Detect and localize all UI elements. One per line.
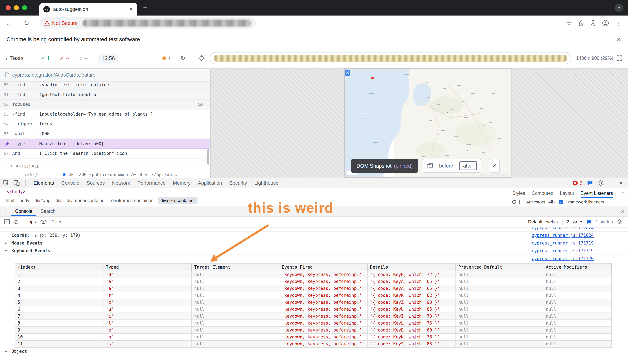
devtools-menu-kebab-icon[interactable]: ⋮ [608, 180, 614, 186]
command-row[interactable]: 52 focused [0, 100, 210, 110]
breadcrumb-item[interactable]: div.runner.container [67, 198, 106, 203]
address-bar[interactable]: Not Secure [40, 17, 256, 29]
breadcrumb-item[interactable]: body [20, 198, 29, 203]
pinned-command-row[interactable]: -type Haarzuilens, {delay: 500} [0, 139, 210, 149]
command-row[interactable]: 57 And I Click the "search location" ico… [0, 149, 210, 159]
devtools-tab[interactable]: Lighthouse [251, 178, 282, 188]
console-filter-input[interactable] [51, 219, 524, 225]
ancestors-checkbox[interactable] [519, 200, 523, 204]
infobar-close-icon[interactable]: ✕ [616, 36, 622, 43]
console-table-header[interactable]: Details [367, 263, 456, 271]
breadcrumb-item[interactable]: div.iframes-container [111, 198, 153, 203]
console-table-header[interactable]: Typed [103, 263, 192, 271]
drawer-close-icon[interactable]: ✕ [620, 208, 625, 214]
snapshot-diff-icon[interactable] [427, 163, 433, 169]
zoom-window-button[interactable] [22, 5, 27, 10]
source-link[interactable]: cypress_runner.js:171624 [532, 233, 594, 238]
command-row[interactable]: 53 -find input[placeholder='Typ een adre… [0, 110, 210, 119]
command-row[interactable]: 51 -find #gm-text-field-input-6 [0, 90, 210, 100]
command-row[interactable]: 50 -find .vaadin-text-field-container [0, 82, 210, 90]
devtools-tab[interactable]: Memory [169, 178, 194, 188]
inspect-element-icon[interactable] [3, 180, 9, 186]
devtools-tab[interactable]: Application [194, 178, 226, 188]
devtools-close-icon[interactable]: ✕ [619, 180, 623, 186]
breadcrumb-item[interactable]: div#app [35, 198, 50, 203]
browser-tab[interactable]: cy auto-suggestion ✕ [39, 3, 137, 15]
after-all-section-toggle[interactable]: ▼ AFTER ALL [0, 161, 210, 169]
map-close-icon[interactable]: ✕ [345, 70, 350, 76]
error-icon[interactable] [573, 180, 578, 186]
beaker-icon[interactable] [590, 20, 596, 26]
devtools-tab[interactable]: Console [58, 178, 83, 188]
drawer-menu-kebab-icon[interactable]: ⋮ [3, 208, 8, 214]
close-window-button[interactable] [6, 5, 11, 10]
reload-icon[interactable]: ↻ [24, 20, 29, 26]
breadcrumb-item[interactable]: div.size-container [158, 197, 198, 204]
collapsed-triangle-icon[interactable]: ▶ [5, 241, 7, 245]
console-table-header[interactable]: Target Element [192, 263, 279, 271]
source-link[interactable]: cypress_runner.js:171719 [532, 241, 594, 245]
devtools-tab[interactable]: Performance [134, 178, 169, 188]
breadcrumb-item[interactable]: div [56, 198, 61, 203]
cell-prevented-default: null [456, 327, 543, 334]
console-table-header[interactable]: Prevented Default [456, 263, 543, 271]
command-row[interactable]: 55 -wait 2000 [0, 129, 210, 139]
device-toolbar-icon[interactable] [13, 180, 20, 186]
new-tab-button[interactable]: + [143, 3, 147, 11]
bookmark-star-icon[interactable]: ☆ [566, 20, 572, 26]
devtools-tab[interactable]: Sources [83, 178, 108, 188]
elements-code-line[interactable]: </body> [0, 188, 507, 195]
context-selector[interactable]: top ▾ [27, 219, 36, 225]
breadcrumb-item[interactable]: html [6, 198, 14, 203]
after-button[interactable]: after [459, 161, 477, 170]
command-row[interactable]: 54 -trigger focus [0, 119, 210, 129]
extensions-puzzle-icon[interactable] [578, 20, 584, 26]
sidebar-tab[interactable]: Styles [512, 188, 525, 198]
console-table-header[interactable]: (index) [15, 263, 103, 271]
devtools-tab[interactable]: Network [108, 178, 134, 188]
sidebar-tab[interactable]: Layout [560, 188, 574, 198]
settings-gear-icon[interactable] [598, 180, 604, 186]
selector-playground-icon[interactable] [198, 55, 205, 61]
source-link[interactable]: cypress_runner.js:171719 [532, 248, 594, 253]
framework-listeners-checkbox[interactable]: ✓ [559, 200, 563, 204]
all-dropdown[interactable]: All ▾ [548, 200, 556, 204]
spec-file-link[interactable]: cypress/integration/AtlasCards.feature [12, 72, 95, 78]
devtools-tab[interactable]: Security [226, 178, 251, 188]
source-link[interactable]: cypress_runner.js:171624 [532, 228, 594, 230]
expanded-triangle-icon[interactable]: ▼ [5, 249, 7, 253]
command-log-scrollbar[interactable] [207, 149, 209, 165]
rerun-tests-icon[interactable]: ↻ [180, 55, 185, 62]
minimize-window-button[interactable] [14, 5, 19, 10]
refresh-icon[interactable] [511, 200, 516, 204]
devtools-tab[interactable]: Elements [30, 178, 58, 188]
console-table-header[interactable]: Active Modifiers [543, 263, 612, 271]
snapshot-close-button[interactable]: ✕ [489, 159, 500, 173]
fullscreen-icon[interactable] [617, 55, 622, 61]
console-settings-gear-icon[interactable] [617, 219, 622, 225]
browser-menu-kebab-icon[interactable]: ⋮ [615, 20, 622, 26]
eye-icon[interactable] [40, 220, 47, 224]
before-button[interactable]: before [437, 162, 456, 170]
sidebar-tab[interactable]: Computed [532, 188, 553, 198]
console-sidebar-icon[interactable] [4, 219, 10, 224]
back-icon[interactable]: ← [6, 20, 12, 26]
sidebar-overflow-chevron[interactable]: » [622, 190, 625, 196]
source-link[interactable]: cypress_runner.js:171720 [532, 256, 594, 261]
sidebar-tab[interactable]: Event Listeners [581, 188, 613, 198]
collapsed-triangle-icon[interactable]: ▶ [5, 349, 7, 353]
console-table-header[interactable]: Events Fired [279, 263, 367, 271]
tab-close-icon[interactable]: ✕ [129, 6, 133, 12]
tab-search-button[interactable]: ▾ [615, 4, 623, 12]
log-levels-dropdown[interactable]: Default levels ▾ [528, 219, 558, 225]
tests-back-button[interactable]: ‹ Tests [6, 55, 23, 62]
profile-icon[interactable] [602, 20, 609, 26]
app-url-field[interactable] [210, 52, 571, 64]
expand-triangle-icon[interactable]: ▶ [35, 234, 37, 238]
issues-icon[interactable]: 2 [587, 180, 593, 186]
drawer-tab-search[interactable]: Search [36, 206, 60, 216]
clear-console-icon[interactable]: ⊘ [14, 219, 19, 225]
drawer-tab-console[interactable]: Console [11, 206, 36, 216]
issues-chip[interactable]: 2 Issues: 2 [567, 219, 592, 225]
auto-scroll-toggle[interactable]: ↕ [162, 55, 171, 61]
